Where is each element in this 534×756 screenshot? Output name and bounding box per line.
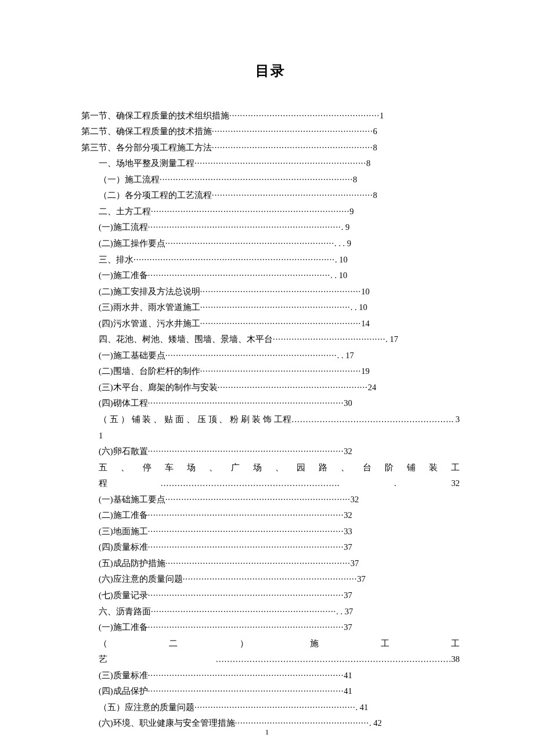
toc-entry-page: . . 17 <box>337 351 354 360</box>
toc-entry: (一)施工基础要点·······························… <box>81 348 460 364</box>
toc-entry-leader: ········································… <box>273 334 385 344</box>
toc-entry-label: 一、场地平整及测量工程 <box>99 159 194 168</box>
toc-entry-label: (六)应注意的质量问题 <box>99 574 183 584</box>
toc-entry-label: (一)施工流程 <box>99 222 148 232</box>
toc-entry-page: 1 <box>380 111 384 120</box>
toc-entry: (四)砌体工程·································… <box>81 395 460 412</box>
toc-entry-page: 8 <box>353 175 357 184</box>
document-page: 目录 第一节、确保工程质量的技术组织措施····················… <box>0 0 534 756</box>
toc-entry-page: 33 <box>344 527 352 536</box>
toc-entry: 五 、 停 车 场 、 广 场 、 园 路 、 台 阶 铺 装 工程………………… <box>81 460 460 492</box>
toc-entry: （ 五 ） 铺 装 、 贴 面 、 压 顶 、 粉 刷 装 饰 工程………………… <box>81 412 460 444</box>
toc-entry-label: （二）各分项工程的工艺流程 <box>99 190 212 200</box>
toc-entry-leader: ········································… <box>212 143 373 152</box>
toc-entry: (七)质量记录·································… <box>81 588 460 604</box>
toc-entry: (三)木平台、廊架的制作与安装·························… <box>81 380 460 396</box>
toc-entry-leader: ········································… <box>160 175 353 184</box>
toc-entry: (四)质量标准·································… <box>81 539 460 556</box>
toc-entry-page: 32 <box>344 447 352 456</box>
toc-entry-leader: ········································… <box>148 398 344 408</box>
toc-entry-page: 37 <box>357 574 366 584</box>
toc-entry: (三)地面施工·································… <box>81 524 460 540</box>
toc-entry: (五)成品防护措施·······························… <box>81 556 460 572</box>
toc-entry-leader: ········································… <box>165 239 334 248</box>
toc-entry-page: 14 <box>361 319 370 328</box>
toc-entry-leader: ········································… <box>218 383 368 392</box>
toc-entry: （二）各分项工程的工艺流程···························… <box>81 188 460 204</box>
toc-entry-leader: ········································… <box>165 351 337 360</box>
toc-entry-leader: ········································… <box>148 222 341 232</box>
toc-entry-leader: ········································… <box>165 495 351 504</box>
toc-entry-leader: ········································… <box>200 366 362 376</box>
toc-entry-leader: ········································… <box>148 510 344 520</box>
toc-entry-page: 37 <box>344 622 352 632</box>
toc-entry-leader: ········································… <box>229 111 380 120</box>
toc-entry-page: . 41 <box>356 703 369 712</box>
toc-entry-leader: ········································… <box>165 559 351 568</box>
table-of-contents: 第一节、确保工程质量的技术组织措施·······················… <box>81 108 460 732</box>
toc-entry: 第一节、确保工程质量的技术组织措施·······················… <box>81 108 460 124</box>
toc-entry-leader: ········································… <box>151 207 349 216</box>
toc-entry: (一)施工准备·································… <box>81 268 460 284</box>
toc-entry: (一)基础施工要点·······························… <box>81 492 460 508</box>
toc-entry: (三)雨水井、雨水管道施工···························… <box>81 300 460 316</box>
page-number: 1 <box>0 725 534 740</box>
toc-entry-label: 四、花池、树池、矮墙、围墙、景墙、木平台 <box>99 334 273 344</box>
toc-entry-label: (二)施工准备 <box>99 510 148 520</box>
toc-entry-page: 32 <box>351 495 359 504</box>
toc-entry-page: 37 <box>344 542 352 552</box>
toc-entry-leader: ········································… <box>200 303 351 312</box>
toc-entry: 三、排水····································… <box>81 252 460 268</box>
toc-entry-label: (三)木平台、廊架的制作与安装 <box>99 383 218 392</box>
toc-entry: 四、花池、树池、矮墙、围墙、景墙、木平台····················… <box>81 332 460 348</box>
toc-entry-label: （五）应注意的质量问题 <box>99 703 194 712</box>
page-title: 目录 <box>81 58 460 85</box>
toc-entry: 第三节、各分部分项工程施工方法·························… <box>81 140 460 156</box>
toc-entry: （一）施工流程·································… <box>81 172 460 188</box>
toc-entry: (四)成品保护·································… <box>81 683 460 700</box>
toc-entry-label: (一)施工基础要点 <box>99 351 165 360</box>
toc-entry-page: 19 <box>361 366 370 376</box>
toc-entry-page: 41 <box>344 686 352 696</box>
toc-entry-label: (二)围墙、台阶栏杆的制作 <box>99 366 200 376</box>
toc-entry: （ 二 ） 施 工 工艺…………………………………………………………………………… <box>81 636 460 668</box>
toc-entry-page: 8 <box>366 159 370 168</box>
toc-entry-label: （一）施工流程 <box>99 175 160 184</box>
toc-entry-page: 32 <box>344 510 352 520</box>
toc-entry-label: 第一节、确保工程质量的技术组织措施 <box>81 111 229 120</box>
toc-entry-label: 二、土方工程 <box>99 207 151 216</box>
toc-entry-leader: ········································… <box>212 190 373 200</box>
toc-entry-leader: ········································… <box>148 591 344 600</box>
toc-entry-page: 24 <box>368 383 377 392</box>
toc-entry-leader: ········································… <box>148 527 344 536</box>
toc-entry-page: . . 10 <box>351 303 367 312</box>
toc-entry-page: . . 10 <box>330 271 347 280</box>
toc-entry-leader: ········································… <box>194 159 366 168</box>
toc-entry-label: (一)施工准备 <box>99 271 148 280</box>
toc-entry-leader: ········································… <box>148 622 344 632</box>
toc-entry: (二)围墙、台阶栏杆的制作···························… <box>81 363 460 380</box>
toc-entry-label: (七)质量记录 <box>99 591 148 600</box>
toc-entry-page: . . 37 <box>336 607 353 616</box>
toc-entry-page: 30 <box>344 398 352 408</box>
toc-entry-leader: ········································… <box>200 287 362 296</box>
toc-entry: (六)卵石散置·································… <box>81 444 460 460</box>
toc-entry: (二)施工安排及方法总说明···························… <box>81 284 460 300</box>
toc-entry-leader: ········································… <box>194 703 356 712</box>
toc-entry-page: 6 <box>373 127 377 136</box>
toc-entry: (二)施工操作要点·······························… <box>81 236 460 252</box>
toc-entry-label: 三、排水 <box>99 255 134 264</box>
toc-entry-leader: ········································… <box>148 271 331 280</box>
toc-entry: 二、土方工程··································… <box>81 204 460 220</box>
toc-entry: 第二节、确保工程质量的技术措施·························… <box>81 124 460 140</box>
toc-entry-leader: ········································… <box>183 574 358 584</box>
toc-entry-leader: ········································… <box>148 686 344 696</box>
toc-entry: （五）应注意的质量问题·····························… <box>81 700 460 716</box>
toc-entry: (一)施工准备·································… <box>81 620 460 636</box>
toc-entry-label: (三)雨水井、雨水管道施工 <box>99 303 200 312</box>
toc-entry: (六)应注意的质量问题·····························… <box>81 571 460 588</box>
toc-entry-leader: ········································… <box>134 255 335 264</box>
toc-entry-page: 8 <box>373 143 377 152</box>
toc-entry: (四)污水管道、污水井施工···························… <box>81 316 460 332</box>
toc-entry-leader: ········································… <box>212 127 373 136</box>
